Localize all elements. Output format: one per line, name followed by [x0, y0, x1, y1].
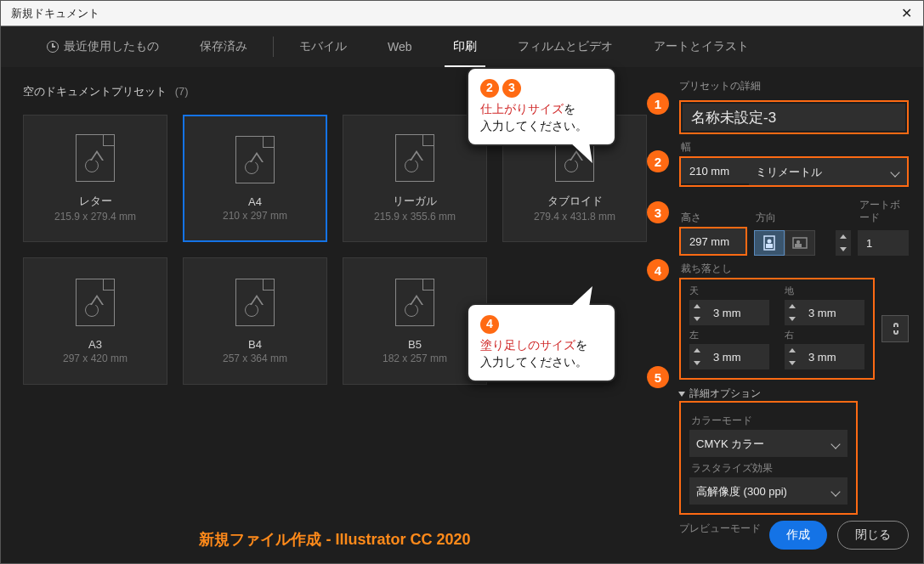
- bleed-stepper[interactable]: [785, 344, 800, 369]
- titlebar: 新規ドキュメント ✕: [1, 1, 923, 26]
- tab-art[interactable]: アートとイラスト: [633, 26, 769, 67]
- preset-name: A4: [248, 195, 262, 208]
- callout-red-text: 仕上がりサイズ: [480, 102, 564, 116]
- chevron-down-icon: [832, 487, 841, 495]
- bleed-stepper[interactable]: [689, 300, 705, 325]
- document-icon: [235, 279, 275, 326]
- artboards-input[interactable]: [858, 230, 909, 256]
- stepper-down-icon[interactable]: [836, 243, 851, 256]
- bleed-link-button[interactable]: [881, 315, 909, 342]
- tab-print[interactable]: 印刷: [433, 26, 497, 67]
- presets-heading-text: 空のドキュメントプリセット: [23, 85, 167, 98]
- preset-name: レター: [79, 194, 112, 209]
- document-icon: [76, 279, 115, 326]
- preset-legal[interactable]: リーガル 215.9 x 355.6 mm: [343, 115, 487, 242]
- preset-b4[interactable]: B4 257 x 364 mm: [183, 257, 327, 385]
- label-bleed-bottom: 地: [785, 285, 864, 297]
- preset-size: 215.9 x 279.4 mm: [54, 211, 136, 223]
- close-icon[interactable]: ✕: [896, 3, 916, 24]
- preset-name: リーガル: [393, 194, 437, 209]
- raster-select[interactable]: 高解像度 (300 ppi): [689, 477, 847, 505]
- preset-size: 215.9 x 355.6 mm: [374, 211, 456, 223]
- anno-badge-3: 3: [647, 201, 669, 223]
- tab-recent[interactable]: 最近使用したもの: [26, 26, 179, 67]
- preset-size: 279.4 x 431.8 mm: [534, 211, 615, 223]
- tab-recent-label: 最近使用したもの: [64, 39, 159, 54]
- height-input[interactable]: [681, 228, 745, 254]
- orientation-landscape[interactable]: [785, 230, 815, 256]
- label-artboards: アートボード: [859, 199, 909, 224]
- advanced-label: 詳細オプション: [689, 386, 761, 401]
- preset-detail-heading: プリセットの詳細: [679, 79, 909, 93]
- label-bleed: 裁ち落とし: [681, 262, 909, 275]
- units-select[interactable]: ミリメートル: [749, 158, 907, 185]
- colormode-select[interactable]: CMYK カラー: [689, 430, 847, 457]
- width-row-highlight: ミリメートル: [679, 156, 909, 187]
- label-bleed-left: 左: [689, 329, 769, 341]
- tab-web[interactable]: Web: [367, 26, 433, 67]
- label-orientation: 方向: [756, 212, 829, 224]
- chevron-down-icon: [832, 439, 841, 448]
- anno-badge-1: 1: [647, 93, 669, 115]
- label-bleed-right: 右: [785, 329, 864, 341]
- link-icon: [889, 321, 901, 336]
- clock-icon: [47, 41, 59, 53]
- window-title: 新規ドキュメント: [11, 6, 896, 21]
- svg-rect-5: [795, 244, 802, 247]
- document-icon: [395, 279, 434, 326]
- svg-point-1: [768, 240, 772, 244]
- tab-mobile[interactable]: モバイル: [279, 26, 367, 67]
- preset-name: B5: [408, 338, 422, 351]
- label-height: 高さ: [681, 212, 747, 224]
- disclosure-triangle-icon: [678, 392, 685, 397]
- stepper-up-icon[interactable]: [836, 230, 851, 243]
- bleed-left-input[interactable]: [705, 344, 769, 369]
- advanced-toggle[interactable]: 詳細オプション: [679, 386, 909, 401]
- create-button[interactable]: 作成: [769, 521, 827, 550]
- anno-badge-2: 2: [647, 150, 669, 172]
- bleed-group: 天 地 左 右: [681, 279, 873, 378]
- preset-name: A3: [88, 338, 102, 351]
- advanced-highlight: カラーモード CMYK カラー ラスタライズ効果 高解像度 (300 ppi): [679, 401, 858, 515]
- document-icon: [395, 134, 434, 182]
- orientation-group: [754, 230, 829, 256]
- anno-badge-4: 4: [647, 259, 669, 281]
- height-highlight: [679, 227, 747, 256]
- document-icon: [76, 134, 115, 182]
- bleed-top-input[interactable]: [705, 300, 769, 325]
- callout-size: 2 3 仕上がりサイズを 入力してください。: [467, 67, 616, 146]
- preset-a3[interactable]: A3 297 x 420 mm: [23, 257, 167, 385]
- callout-badge-2: 2: [480, 79, 499, 98]
- bleed-stepper[interactable]: [785, 300, 800, 325]
- anno-badge-5: 5: [647, 366, 669, 388]
- callout-bleed: 4 塗り足しのサイズを 入力してください。: [467, 303, 616, 382]
- tab-film[interactable]: フィルムとビデオ: [497, 26, 633, 67]
- tab-saved[interactable]: 保存済み: [179, 26, 268, 67]
- preset-letter[interactable]: レター 215.9 x 279.4 mm: [23, 115, 167, 242]
- close-button[interactable]: 閉じる: [837, 521, 909, 550]
- bleed-right-input[interactable]: [800, 344, 864, 369]
- preset-size: 210 x 297 mm: [223, 210, 287, 222]
- document-icon: [235, 136, 275, 183]
- preset-name: B4: [248, 338, 262, 351]
- artboards-stepper[interactable]: [836, 230, 851, 256]
- label-bleed-top: 天: [689, 285, 769, 297]
- label-raster: ラスタライズ効果: [691, 462, 847, 475]
- bleed-bottom-input[interactable]: [800, 300, 864, 325]
- orientation-portrait[interactable]: [754, 230, 785, 256]
- chevron-down-icon: [892, 167, 900, 176]
- label-colormode: カラーモード: [691, 415, 847, 427]
- label-width: 幅: [681, 141, 909, 154]
- tab-separator: [273, 37, 274, 57]
- preset-name-input[interactable]: [683, 104, 905, 131]
- presets-count: (7): [175, 85, 189, 98]
- preset-a4[interactable]: A4 210 x 297 mm: [183, 115, 327, 242]
- bleed-stepper[interactable]: [689, 344, 705, 369]
- preset-size: 297 x 420 mm: [63, 352, 128, 364]
- svg-point-4: [796, 240, 800, 244]
- category-tabs: 最近使用したもの 保存済み モバイル Web 印刷 フィルムとビデオ アートとイ…: [1, 26, 923, 67]
- svg-rect-2: [766, 244, 773, 248]
- width-input[interactable]: [681, 158, 749, 183]
- preset-size: 182 x 257 mm: [383, 352, 447, 364]
- preset-b5[interactable]: B5 182 x 257 mm: [343, 257, 487, 385]
